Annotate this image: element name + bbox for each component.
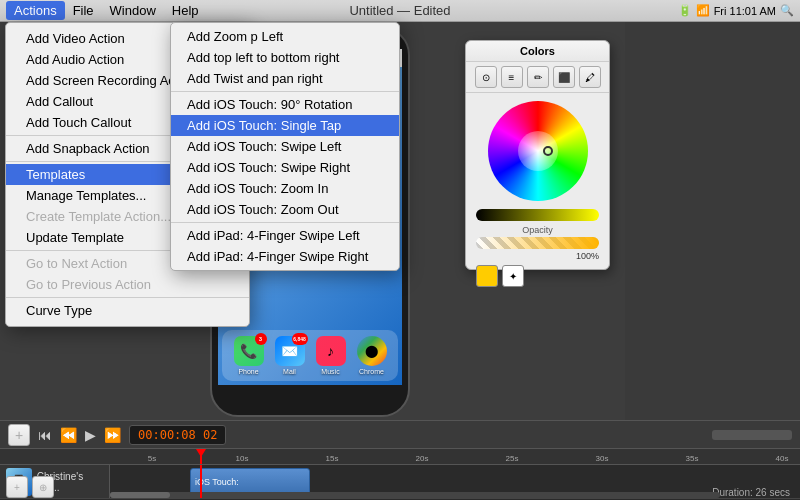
color-mode-pencil[interactable]: ✏ xyxy=(527,66,549,88)
menu-update-template-label: Update Template xyxy=(26,230,124,245)
playhead-track xyxy=(200,465,202,498)
playhead-ruler xyxy=(200,449,202,464)
opacity-value: 100% xyxy=(466,251,609,261)
ruler-5s: 5s xyxy=(148,454,156,463)
menu-go-prev-label: Go to Previous Action xyxy=(26,277,151,292)
menu-add-touch-callout-label: Add Touch Callout xyxy=(26,115,131,130)
submenu-ios-zoom-out[interactable]: Add iOS Touch: Zoom Out xyxy=(171,199,399,220)
menu-item-window[interactable]: Window xyxy=(102,1,164,20)
submenu-ios-90[interactable]: Add iOS Touch: 90° Rotation xyxy=(171,91,399,115)
submenu-top-left-bottom-right-label: Add top left to bottom right xyxy=(187,50,339,65)
menu-bar-left: Actions File Window Help xyxy=(6,1,207,20)
dock-mail: ✉️ 6,848 Mail xyxy=(271,336,308,375)
menu-bar: Actions File Window Help Untitled — Edit… xyxy=(0,0,800,22)
menu-templates-label: Templates xyxy=(26,167,85,182)
zoom-in-btn[interactable]: ⊕ xyxy=(32,476,54,498)
submenu-ios-swipe-left-label: Add iOS Touch: Swipe Left xyxy=(187,139,341,154)
menu-manage-templates-label: Manage Templates... xyxy=(26,188,146,203)
submenu-ios-single-tap[interactable]: Add iOS Touch: Single Tap xyxy=(171,115,399,136)
playhead-triangle xyxy=(196,449,206,457)
timeline-scrollbar-h[interactable] xyxy=(712,430,792,440)
ruler-30s: 30s xyxy=(596,454,609,463)
duration-label: Duration: 26 secs xyxy=(712,487,790,498)
submenu-ipad-4-left[interactable]: Add iPad: 4-Finger Swipe Left xyxy=(171,222,399,246)
submenu-ios-90-label: Add iOS Touch: 90° Rotation xyxy=(187,97,352,112)
menu-go-prev[interactable]: Go to Previous Action xyxy=(6,274,249,295)
color-wheel[interactable] xyxy=(488,101,588,201)
menu-item-actions[interactable]: Actions xyxy=(6,1,65,20)
menu-go-next-label: Go to Next Action xyxy=(26,256,127,271)
color-wheel-container[interactable] xyxy=(466,93,609,209)
submenu-ios-swipe-right[interactable]: Add iOS Touch: Swipe Right xyxy=(171,157,399,178)
menu-bar-right: 🔋 📶 Fri 11:01 AM 🔍 xyxy=(678,4,794,17)
color-picker-panel: Colors ⊙ ≡ ✏ ⬛ 🖍 Opacity 100% xyxy=(465,40,610,270)
color-mode-slider[interactable]: ≡ xyxy=(501,66,523,88)
menu-add-video-label: Add Video Action xyxy=(26,31,125,46)
play-btn[interactable]: ▶ xyxy=(85,427,96,443)
transport-bar: + ⏮ ⏪ ▶ ⏩ 00:00:08 02 xyxy=(0,421,800,449)
window-title: Untitled — Edited xyxy=(349,3,450,18)
submenu-twist-pan-label: Add Twist and pan right xyxy=(187,71,323,86)
ruler-40s: 40s xyxy=(776,454,789,463)
timeline-ruler: 5s 10s 15s 20s 25s 30s 35s 40s xyxy=(0,449,800,465)
submenu-zoom-left-label: Add Zoom p Left xyxy=(187,29,283,44)
color-mode-wheel[interactable]: ⊙ xyxy=(475,66,497,88)
menu-add-callout-label: Add Callout xyxy=(26,94,93,109)
color-eyedropper[interactable]: ✦ xyxy=(502,265,524,287)
submenu-ipad-4-left-label: Add iPad: 4-Finger Swipe Left xyxy=(187,228,360,243)
submenu-ios-swipe-right-label: Add iOS Touch: Swipe Right xyxy=(187,160,350,175)
submenu-ipad-4-right[interactable]: Add iPad: 4-Finger Swipe Right xyxy=(171,246,399,267)
submenu-templates[interactable]: Add Zoom p Left Add top left to bottom r… xyxy=(170,22,400,271)
menu-section-5: Curve Type xyxy=(6,297,249,323)
wifi-icon: 📶 xyxy=(696,4,710,17)
submenu-ios-zoom-in[interactable]: Add iOS Touch: Zoom In xyxy=(171,178,399,199)
battery-icon: 🔋 xyxy=(678,4,692,17)
ruler-35s: 35s xyxy=(686,454,699,463)
timeline-area: + ⏮ ⏪ ▶ ⏩ 00:00:08 02 5s 10s 15s 20s 25s… xyxy=(0,420,800,500)
clock: Fri 11:01 AM xyxy=(714,5,776,17)
submenu-ios-single-tap-label: Add iOS Touch: Single Tap xyxy=(187,118,341,133)
menu-item-help[interactable]: Help xyxy=(164,1,207,20)
add-track-bottom-btn[interactable]: + xyxy=(6,476,28,498)
color-crosshair xyxy=(543,146,553,156)
submenu-zoom-left[interactable]: Add Zoom p Left xyxy=(171,26,399,47)
menu-add-snapback-label: Add Snapback Action xyxy=(26,141,150,156)
mail-badge: 6,848 xyxy=(292,333,308,345)
color-swatch-row: ✦ xyxy=(476,265,599,287)
timeline-tracks: 📱 Christine's iPh... iOS Touch: Duration… xyxy=(0,465,800,500)
color-mode-palette[interactable]: ⬛ xyxy=(553,66,575,88)
opacity-bar[interactable] xyxy=(476,237,599,249)
dock-phone: 📞 3 Phone xyxy=(230,336,267,375)
menu-create-template-label: Create Template Action... xyxy=(26,209,171,224)
rewind-btn[interactable]: ⏮ xyxy=(38,427,52,443)
submenu-ios-zoom-in-label: Add iOS Touch: Zoom In xyxy=(187,181,328,196)
dock-chrome: ⬤ Chrome xyxy=(353,336,390,375)
submenu-twist-pan[interactable]: Add Twist and pan right xyxy=(171,68,399,89)
menu-curve-type-label: Curve Type xyxy=(26,303,92,318)
submenu-top-left-bottom-right[interactable]: Add top left to bottom right xyxy=(171,47,399,68)
ruler-20s: 20s xyxy=(416,454,429,463)
submenu-ipad-4-right-label: Add iPad: 4-Finger Swipe Right xyxy=(187,249,368,264)
bottom-controls: + ⊕ xyxy=(4,474,110,500)
timeline-scroll-thumb[interactable] xyxy=(110,492,170,498)
timecode: 00:00:08 02 xyxy=(129,425,226,445)
menu-curve-type[interactable]: Curve Type xyxy=(6,300,249,321)
menu-add-audio-label: Add Audio Action xyxy=(26,52,124,67)
ruler-10s: 10s xyxy=(236,454,249,463)
opacity-label: Opacity xyxy=(466,225,609,235)
phone-badge: 3 xyxy=(255,333,267,345)
rewind-btn2[interactable]: ⏪ xyxy=(60,427,77,443)
search-icon[interactable]: 🔍 xyxy=(780,4,794,17)
fast-forward-btn[interactable]: ⏩ xyxy=(104,427,121,443)
ruler-15s: 15s xyxy=(326,454,339,463)
submenu-ios-zoom-out-label: Add iOS Touch: Zoom Out xyxy=(187,202,339,217)
add-track-btn[interactable]: + xyxy=(8,424,30,446)
submenu-ios-swipe-left[interactable]: Add iOS Touch: Swipe Left xyxy=(171,136,399,157)
menu-item-file[interactable]: File xyxy=(65,1,102,20)
color-mode-crayons[interactable]: 🖍 xyxy=(579,66,601,88)
dock-music: ♪ Music xyxy=(312,336,349,375)
brightness-bar[interactable] xyxy=(476,209,599,221)
opacity-bar-overlay xyxy=(476,237,599,249)
color-swatch-yellow[interactable] xyxy=(476,265,498,287)
ruler-25s: 25s xyxy=(506,454,519,463)
